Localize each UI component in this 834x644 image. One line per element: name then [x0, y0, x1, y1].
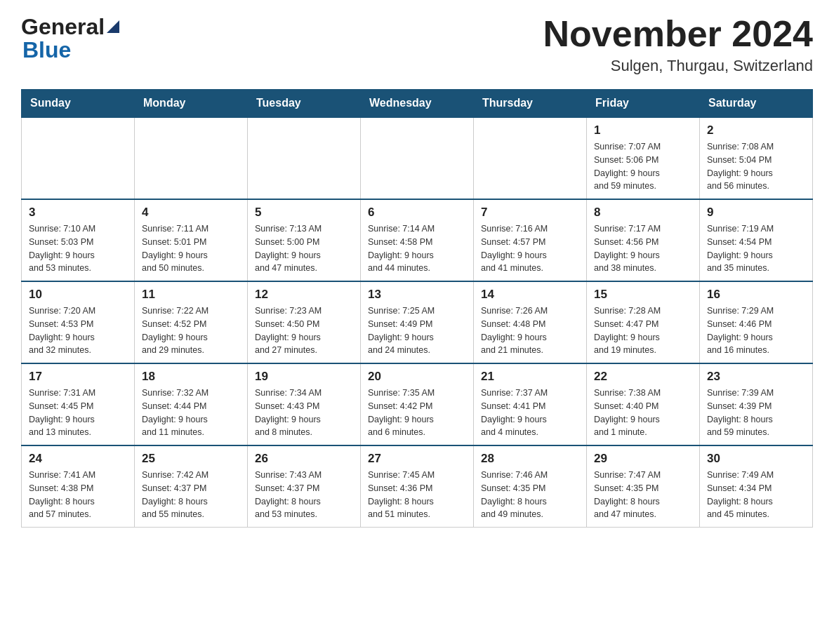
calendar-cell: 9Sunrise: 7:19 AMSunset: 4:54 PMDaylight… — [700, 199, 813, 281]
logo-blue-text: Blue — [22, 37, 119, 63]
day-info: Sunrise: 7:39 AMSunset: 4:39 PMDaylight:… — [707, 387, 805, 439]
day-info: Sunrise: 7:10 AMSunset: 5:03 PMDaylight:… — [29, 222, 127, 275]
calendar-cell: 10Sunrise: 7:20 AMSunset: 4:53 PMDayligh… — [22, 281, 135, 363]
calendar-cell: 13Sunrise: 7:25 AMSunset: 4:49 PMDayligh… — [361, 281, 474, 363]
day-info: Sunrise: 7:25 AMSunset: 4:49 PMDaylight:… — [368, 304, 466, 357]
day-number: 19 — [255, 370, 353, 384]
day-number: 28 — [481, 452, 579, 466]
day-info: Sunrise: 7:07 AMSunset: 5:06 PMDaylight:… — [594, 140, 692, 193]
week-row-5: 24Sunrise: 7:41 AMSunset: 4:38 PMDayligh… — [22, 445, 813, 528]
day-number: 15 — [594, 288, 692, 302]
header-monday: Monday — [135, 90, 248, 118]
day-number: 23 — [707, 370, 805, 384]
calendar-cell — [135, 117, 248, 199]
day-number: 26 — [255, 452, 353, 466]
calendar-cell — [361, 117, 474, 199]
header-wednesday: Wednesday — [361, 90, 474, 118]
day-number: 13 — [368, 288, 466, 302]
calendar-cell: 23Sunrise: 7:39 AMSunset: 4:39 PMDayligh… — [700, 363, 813, 445]
calendar-cell: 26Sunrise: 7:43 AMSunset: 4:37 PMDayligh… — [248, 445, 361, 528]
day-info: Sunrise: 7:46 AMSunset: 4:35 PMDaylight:… — [481, 469, 579, 521]
page-header: General Blue November 2024 Sulgen, Thurg… — [21, 14, 813, 75]
day-number: 14 — [481, 288, 579, 302]
calendar-cell: 2Sunrise: 7:08 AMSunset: 5:04 PMDaylight… — [700, 117, 813, 199]
day-info: Sunrise: 7:47 AMSunset: 4:35 PMDaylight:… — [594, 469, 692, 521]
day-number: 24 — [29, 452, 127, 466]
day-number: 20 — [368, 370, 466, 384]
day-info: Sunrise: 7:26 AMSunset: 4:48 PMDaylight:… — [481, 304, 579, 357]
calendar-cell: 8Sunrise: 7:17 AMSunset: 4:56 PMDaylight… — [587, 199, 700, 281]
logo-general-text: General — [21, 14, 105, 40]
day-number: 22 — [594, 370, 692, 384]
day-number: 10 — [29, 288, 127, 302]
day-number: 9 — [707, 206, 805, 220]
day-number: 12 — [255, 288, 353, 302]
week-row-2: 3Sunrise: 7:10 AMSunset: 5:03 PMDaylight… — [22, 199, 813, 281]
day-number: 16 — [707, 288, 805, 302]
day-info: Sunrise: 7:45 AMSunset: 4:36 PMDaylight:… — [368, 469, 466, 521]
calendar-cell: 12Sunrise: 7:23 AMSunset: 4:50 PMDayligh… — [248, 281, 361, 363]
header-sunday: Sunday — [22, 90, 135, 118]
calendar-cell: 30Sunrise: 7:49 AMSunset: 4:34 PMDayligh… — [700, 445, 813, 528]
calendar-cell: 3Sunrise: 7:10 AMSunset: 5:03 PMDaylight… — [22, 199, 135, 281]
calendar-cell: 18Sunrise: 7:32 AMSunset: 4:44 PMDayligh… — [135, 363, 248, 445]
week-row-3: 10Sunrise: 7:20 AMSunset: 4:53 PMDayligh… — [22, 281, 813, 363]
title-block: November 2024 Sulgen, Thurgau, Switzerla… — [543, 14, 813, 75]
day-info: Sunrise: 7:22 AMSunset: 4:52 PMDaylight:… — [142, 304, 240, 357]
day-number: 8 — [594, 206, 692, 220]
day-number: 7 — [481, 206, 579, 220]
day-number: 1 — [594, 123, 692, 137]
day-info: Sunrise: 7:43 AMSunset: 4:37 PMDaylight:… — [255, 469, 353, 521]
month-title: November 2024 — [543, 14, 813, 54]
calendar-table: SundayMondayTuesdayWednesdayThursdayFrid… — [21, 89, 813, 528]
day-info: Sunrise: 7:35 AMSunset: 4:42 PMDaylight:… — [368, 387, 466, 439]
day-number: 3 — [29, 206, 127, 220]
day-number: 5 — [255, 206, 353, 220]
calendar-cell: 28Sunrise: 7:46 AMSunset: 4:35 PMDayligh… — [474, 445, 587, 528]
header-saturday: Saturday — [700, 90, 813, 118]
week-row-1: 1Sunrise: 7:07 AMSunset: 5:06 PMDaylight… — [22, 117, 813, 199]
header-tuesday: Tuesday — [248, 90, 361, 118]
calendar-cell: 21Sunrise: 7:37 AMSunset: 4:41 PMDayligh… — [474, 363, 587, 445]
day-number: 4 — [142, 206, 240, 220]
day-number: 25 — [142, 452, 240, 466]
day-number: 18 — [142, 370, 240, 384]
day-info: Sunrise: 7:29 AMSunset: 4:46 PMDaylight:… — [707, 304, 805, 357]
calendar-cell — [22, 117, 135, 199]
day-info: Sunrise: 7:17 AMSunset: 4:56 PMDaylight:… — [594, 222, 692, 275]
day-info: Sunrise: 7:14 AMSunset: 4:58 PMDaylight:… — [368, 222, 466, 275]
calendar-cell: 11Sunrise: 7:22 AMSunset: 4:52 PMDayligh… — [135, 281, 248, 363]
day-number: 2 — [707, 123, 805, 137]
calendar-cell: 5Sunrise: 7:13 AMSunset: 5:00 PMDaylight… — [248, 199, 361, 281]
day-info: Sunrise: 7:37 AMSunset: 4:41 PMDaylight:… — [481, 387, 579, 439]
calendar-cell: 25Sunrise: 7:42 AMSunset: 4:37 PMDayligh… — [135, 445, 248, 528]
calendar-cell — [248, 117, 361, 199]
week-row-4: 17Sunrise: 7:31 AMSunset: 4:45 PMDayligh… — [22, 363, 813, 445]
calendar-cell — [474, 117, 587, 199]
calendar-cell: 20Sunrise: 7:35 AMSunset: 4:42 PMDayligh… — [361, 363, 474, 445]
calendar-cell: 15Sunrise: 7:28 AMSunset: 4:47 PMDayligh… — [587, 281, 700, 363]
day-number: 21 — [481, 370, 579, 384]
day-info: Sunrise: 7:11 AMSunset: 5:01 PMDaylight:… — [142, 222, 240, 275]
calendar-cell: 19Sunrise: 7:34 AMSunset: 4:43 PMDayligh… — [248, 363, 361, 445]
day-info: Sunrise: 7:49 AMSunset: 4:34 PMDaylight:… — [707, 469, 805, 521]
day-info: Sunrise: 7:20 AMSunset: 4:53 PMDaylight:… — [29, 304, 127, 357]
day-info: Sunrise: 7:41 AMSunset: 4:38 PMDaylight:… — [29, 469, 127, 521]
calendar-cell: 7Sunrise: 7:16 AMSunset: 4:57 PMDaylight… — [474, 199, 587, 281]
location-subtitle: Sulgen, Thurgau, Switzerland — [543, 57, 813, 75]
calendar-cell: 1Sunrise: 7:07 AMSunset: 5:06 PMDaylight… — [587, 117, 700, 199]
day-number: 6 — [368, 206, 466, 220]
day-info: Sunrise: 7:13 AMSunset: 5:00 PMDaylight:… — [255, 222, 353, 275]
calendar-cell: 24Sunrise: 7:41 AMSunset: 4:38 PMDayligh… — [22, 445, 135, 528]
calendar-cell: 16Sunrise: 7:29 AMSunset: 4:46 PMDayligh… — [700, 281, 813, 363]
calendar-cell: 29Sunrise: 7:47 AMSunset: 4:35 PMDayligh… — [587, 445, 700, 528]
calendar-cell: 6Sunrise: 7:14 AMSunset: 4:58 PMDaylight… — [361, 199, 474, 281]
calendar-cell: 27Sunrise: 7:45 AMSunset: 4:36 PMDayligh… — [361, 445, 474, 528]
day-info: Sunrise: 7:42 AMSunset: 4:37 PMDaylight:… — [142, 469, 240, 521]
calendar-cell: 17Sunrise: 7:31 AMSunset: 4:45 PMDayligh… — [22, 363, 135, 445]
day-number: 17 — [29, 370, 127, 384]
day-info: Sunrise: 7:16 AMSunset: 4:57 PMDaylight:… — [481, 222, 579, 275]
day-info: Sunrise: 7:19 AMSunset: 4:54 PMDaylight:… — [707, 222, 805, 275]
header-friday: Friday — [587, 90, 700, 118]
day-number: 27 — [368, 452, 466, 466]
